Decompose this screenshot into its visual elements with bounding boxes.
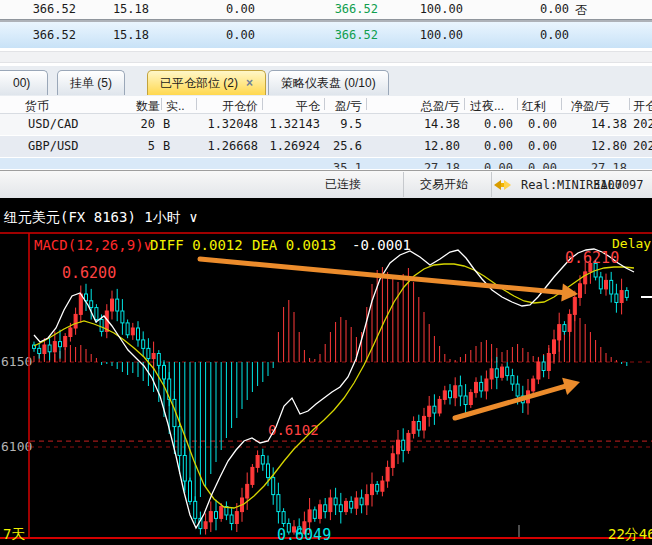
- cell-open-time: 202: [633, 117, 652, 131]
- range-selector-label: 7天: [3, 526, 25, 542]
- cell-total: 0.00: [528, 161, 557, 169]
- account-summary-row-selected[interactable]: 366.5215.180.00366.52100.000.00: [0, 22, 652, 48]
- macd-indicator-label: MACD(12,26,9)∨: [34, 237, 152, 253]
- status-bar: 已连接 交易开始 Real:MINIREAL7 3100097: [0, 170, 652, 199]
- candlestick-chart-panel[interactable]: 615061000.6102纽元美元(FX 8163) 1小时 ∨MACD(12…: [0, 198, 652, 545]
- cell-overnight: 0.00: [484, 117, 513, 131]
- cell-side: B: [163, 139, 170, 153]
- account-flag: 否: [575, 2, 587, 19]
- cell-total-pl: 14.38: [424, 117, 460, 131]
- bottom-panel-tab-bar: 00) 挂单 (5) 已平仓部位 (2) × 策略仪表盘 (0/10): [0, 66, 652, 97]
- cell-total: 35.1: [333, 161, 362, 169]
- account-value: 0.00: [540, 2, 569, 16]
- cell-dividend: 0.00: [528, 139, 557, 153]
- cell-qty: 5: [148, 139, 155, 153]
- account-value: 366.52: [335, 2, 378, 16]
- account-empty-row: [0, 51, 652, 63]
- account-value: 15.18: [113, 28, 149, 42]
- account-value: 15.18: [113, 2, 149, 16]
- macd-hist-value: -0.0001: [352, 237, 411, 253]
- col-header-close-price: 平仓: [296, 98, 320, 115]
- price-label-low: 0.6049: [277, 526, 331, 544]
- account-value: 100.00: [420, 28, 463, 42]
- cell-open-price: 1.26668: [207, 139, 258, 153]
- col-header-qty: 数量: [136, 98, 160, 115]
- account-number: 3100097: [585, 172, 652, 197]
- account-value: 100.00: [420, 2, 463, 16]
- account-value: 0.00: [226, 28, 255, 42]
- column-divider: [324, 98, 325, 110]
- col-header-open-time: 开仓: [633, 98, 652, 115]
- account-value: 366.52: [335, 28, 378, 42]
- connection-status: 已连接: [283, 172, 404, 197]
- table-header-row[interactable]: 货币数量实..开仓价平仓盈/亏总盈/亏过夜...红利净盈/亏开仓: [0, 96, 652, 114]
- col-header-overnight: 过夜...: [470, 98, 504, 115]
- column-divider: [161, 98, 162, 110]
- account-value: 0.00: [226, 2, 255, 16]
- col-header-side: 实..: [166, 98, 185, 115]
- cell-open-time: 202: [633, 139, 652, 153]
- price-gridlines: [30, 362, 652, 447]
- tab-partial-left[interactable]: 00): [0, 70, 48, 95]
- price-label-high-2: 0.6210: [565, 249, 619, 267]
- closed-positions-table: 货币数量实..开仓价平仓盈/亏总盈/亏过夜...红利净盈/亏开仓 USD/CAD…: [0, 96, 652, 170]
- macd-diff-value: DIFF 0.0012: [150, 237, 243, 253]
- bar-countdown-label: 22分46秒: [608, 526, 652, 542]
- cell-currency: USD/CAD: [28, 117, 79, 131]
- col-header-open-price: 开仓价: [222, 98, 258, 115]
- table-row[interactable]: USD/CAD20B1.320481.321439.514.380.000.00…: [0, 114, 652, 135]
- y-axis-label: 6100: [1, 439, 32, 454]
- col-header-dividend: 红利: [522, 98, 546, 115]
- col-header-total-pl: 总盈/亏: [421, 98, 460, 115]
- col-header-net-pl: 净盈/亏: [571, 98, 610, 115]
- y-axis-label: 6150: [1, 354, 32, 369]
- column-divider: [517, 98, 518, 110]
- tab-pending-orders[interactable]: 挂单 (5): [57, 70, 125, 95]
- cell-close-price: 1.32143: [269, 117, 320, 131]
- column-divider: [561, 98, 562, 110]
- col-header-currency: 货币: [25, 98, 49, 115]
- macd-dea-value: DEA 0.0013: [252, 237, 336, 253]
- cell-overnight: 0.00: [484, 139, 513, 153]
- account-summary-row-1[interactable]: 366.5215.180.00366.52100.000.00否: [0, 0, 652, 19]
- cell-total: 27.18: [591, 161, 627, 169]
- cell-total-pl: 12.80: [424, 139, 460, 153]
- account-value: 366.52: [33, 28, 76, 42]
- cell-net-pl: 12.80: [591, 139, 627, 153]
- cell-net-pl: 14.38: [591, 117, 627, 131]
- cell-qty: 20: [141, 117, 155, 131]
- cell-currency: GBP/USD: [28, 139, 79, 153]
- close-tab-icon[interactable]: ×: [246, 76, 253, 90]
- tab-closed-positions[interactable]: 已平仓部位 (2) ×: [147, 70, 266, 95]
- column-divider: [629, 98, 630, 110]
- cell-total: 27.18: [424, 161, 460, 169]
- account-value: 366.52: [33, 2, 76, 16]
- cell-total: 0.00: [484, 161, 513, 169]
- cell-dividend: 0.00: [528, 117, 557, 131]
- column-divider: [196, 98, 197, 110]
- cell-open-price: 1.32048: [207, 117, 258, 131]
- cell-side: B: [163, 117, 170, 131]
- chart-title: 纽元美元(FX 8163) 1小时 ∨: [3, 209, 198, 225]
- column-divider: [366, 98, 367, 110]
- cell-pl: 25.6: [333, 139, 362, 153]
- table-totals-row-clipped: 35.127.180.000.0027.18: [0, 158, 652, 169]
- tab-strategy-dashboard[interactable]: 策略仪表盘 (0/10): [268, 70, 389, 95]
- trading-app-window: { "account": { "row1": {"values":["366.5…: [0, 0, 652, 545]
- table-row[interactable]: GBP/USD5B1.266681.2692425.612.800.000.00…: [0, 136, 652, 157]
- column-divider: [262, 98, 263, 110]
- account-value: 0.00: [540, 28, 569, 42]
- cell-close-price: 1.26924: [269, 139, 320, 153]
- column-divider: [464, 98, 465, 110]
- macd-dea-line: [34, 264, 634, 508]
- col-header-pl: 盈/亏: [335, 98, 362, 115]
- price-label-high-1: 0.6200: [62, 264, 116, 282]
- support-level-label: 0.6102: [268, 422, 319, 438]
- cell-pl: 9.5: [340, 117, 362, 131]
